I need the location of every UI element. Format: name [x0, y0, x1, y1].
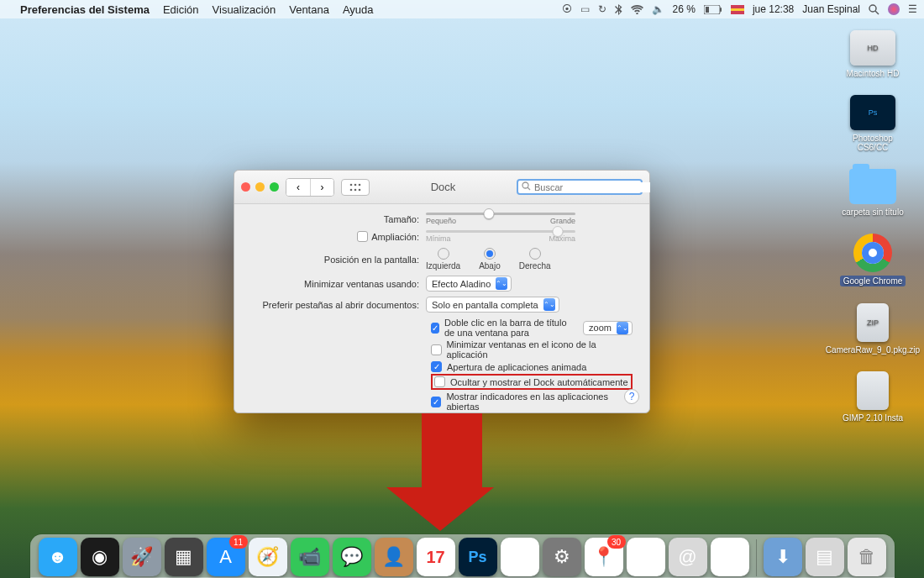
wifi-icon[interactable]: [631, 5, 643, 14]
close-button[interactable]: [241, 182, 250, 192]
dock-sysprefs[interactable]: ⚙: [543, 538, 581, 576]
dock-stack[interactable]: ▤: [806, 538, 844, 576]
volume-icon[interactable]: 🔈: [652, 3, 664, 15]
timemachine-icon[interactable]: ↻: [598, 3, 606, 15]
menu-edit[interactable]: Edición: [163, 3, 199, 16]
menu-view[interactable]: Visualización: [213, 3, 276, 16]
dock-mission[interactable]: ▦: [165, 538, 203, 576]
search-input[interactable]: [534, 182, 650, 192]
desktop-icon-photoshop[interactable]: PsPhotoshop CS6/CC: [839, 95, 906, 152]
magnification-checkbox[interactable]: [357, 231, 368, 242]
back-button[interactable]: ‹: [286, 179, 310, 196]
tabs-pref-select[interactable]: Solo en pantalla completa⌃⌄: [426, 297, 559, 313]
svg-point-7: [359, 183, 361, 186]
tabs-pref-label: Preferir pestañas al abrir documentos:: [251, 300, 426, 310]
size-slider[interactable]: PequeñoGrande: [426, 213, 575, 225]
svg-point-5: [350, 183, 353, 186]
dock-appstore[interactable]: A: [207, 538, 245, 576]
svg-rect-2: [706, 7, 709, 13]
autohide-label: Ocultar y mostrar el Dock automáticament…: [450, 377, 628, 387]
dock-messages[interactable]: 💬: [333, 538, 371, 576]
dblclick-checkbox[interactable]: ✓: [431, 323, 439, 334]
dock-finder[interactable]: ☻: [39, 538, 77, 576]
battery-icon[interactable]: [704, 5, 722, 14]
forward-button[interactable]: ›: [310, 179, 333, 196]
user-name[interactable]: Juan Espinal: [802, 3, 860, 15]
position-label: Posición en la pantalla:: [251, 255, 426, 265]
dock-calendar[interactable]: 17: [417, 538, 455, 576]
dock-trash[interactable]: 🗑: [848, 538, 886, 576]
minimize-button[interactable]: [255, 182, 265, 192]
dock-maps[interactable]: 📍: [585, 538, 623, 576]
dock-mail[interactable]: @: [669, 538, 707, 576]
desktop-icon-folder[interactable]: carpeta sin título: [839, 169, 906, 217]
dblclick-label: Doble clic en la barra de título de una …: [444, 318, 573, 338]
indicators-label: Mostrar indicadores en las aplicaciones …: [446, 391, 633, 412]
svg-line-12: [528, 187, 530, 190]
dock-contacts[interactable]: 👤: [375, 538, 413, 576]
magnification-label: Ampliación:: [371, 232, 419, 242]
dock-photoshop[interactable]: Ps: [459, 538, 497, 576]
menubar: Preferencias del Sistema Edición Visuali…: [0, 0, 924, 18]
notification-center-icon[interactable]: ☰: [908, 3, 917, 15]
dock: ☻◉🚀▦A🧭📹💬👤17Ps♪⚙📍✿@◉⬇▤🗑: [30, 534, 895, 578]
annotation-arrow: [410, 413, 494, 531]
dock-downloads[interactable]: ⬇: [764, 538, 802, 576]
desktop-icon-zip[interactable]: ZIPCameraRaw_9_0.pkg.zip: [839, 303, 906, 355]
svg-point-10: [359, 188, 361, 191]
position-bottom[interactable]: Abajo: [479, 248, 501, 271]
quick-action-icon[interactable]: ⦿: [562, 3, 572, 15]
window-titlebar[interactable]: ‹ › Dock: [234, 171, 649, 204]
minimize-effect-label: Minimizar ventanas usando:: [251, 279, 426, 289]
desktop-icon-gimp[interactable]: GIMP 2.10 Insta: [839, 371, 906, 423]
clock[interactable]: jue 12:38: [753, 3, 794, 15]
svg-point-9: [354, 188, 357, 191]
nav-segmented: ‹ ›: [286, 178, 334, 197]
autohide-row-highlight: Ocultar y mostrar el Dock automáticament…: [431, 374, 633, 390]
minimize-to-icon-label: Minimizar ventanas en el icono de la apl…: [447, 339, 633, 360]
desktop-icons: HDMacintosh HD PsPhotoshop CS6/CC carpet…: [835, 30, 911, 423]
dock-separator: [756, 539, 757, 576]
search-field[interactable]: [517, 179, 643, 195]
flag-icon[interactable]: [731, 5, 744, 14]
bluetooth-icon[interactable]: [615, 4, 622, 15]
dock-siri[interactable]: ◉: [81, 538, 119, 576]
animate-open-checkbox[interactable]: ✓: [431, 361, 442, 372]
minimize-to-icon-checkbox[interactable]: [431, 344, 442, 355]
app-menu[interactable]: Preferencias del Sistema: [20, 3, 150, 16]
position-right[interactable]: Derecha: [519, 248, 551, 271]
dock-prefs-window: ‹ › Dock Tamaño: PequeñoGrande Ampl: [234, 170, 650, 413]
dock-safari[interactable]: 🧭: [249, 538, 287, 576]
magnification-slider[interactable]: MínimaMáxima: [426, 230, 575, 243]
position-left[interactable]: Izquierda: [426, 248, 460, 271]
zoom-button[interactable]: [270, 182, 279, 192]
minimize-effect-select[interactable]: Efecto Aladino⌃⌄: [426, 276, 512, 292]
show-all-button[interactable]: [341, 179, 370, 196]
menu-help[interactable]: Ayuda: [343, 3, 374, 16]
dock-facetime[interactable]: 📹: [291, 538, 329, 576]
svg-rect-1: [720, 8, 722, 12]
help-button[interactable]: ?: [624, 389, 639, 404]
svg-point-6: [354, 183, 357, 186]
menu-window[interactable]: Ventana: [289, 3, 329, 16]
dock-chrome[interactable]: ◉: [711, 538, 749, 576]
dock-itunes[interactable]: ♪: [501, 538, 539, 576]
indicators-checkbox[interactable]: ✓: [431, 397, 441, 407]
desktop-icon-hd[interactable]: HDMacintosh HD: [839, 30, 906, 78]
window-title: Dock: [376, 181, 510, 193]
autohide-checkbox[interactable]: [434, 376, 445, 387]
animate-open-label: Apertura de aplicaciones animada: [447, 362, 586, 372]
svg-line-4: [875, 11, 879, 14]
search-icon: [522, 181, 531, 192]
dock-launchpad[interactable]: 🚀: [123, 538, 161, 576]
svg-point-11: [522, 182, 528, 188]
dock-photos[interactable]: ✿: [627, 538, 665, 576]
dblclick-select[interactable]: zoom⌃⌄: [583, 321, 633, 335]
battery-percent[interactable]: 26 %: [673, 3, 696, 15]
desktop-icon-chrome[interactable]: Google Chrome: [839, 234, 906, 286]
display-icon[interactable]: ▭: [580, 3, 590, 15]
siri-icon[interactable]: [888, 3, 900, 15]
size-label: Tamaño:: [251, 214, 426, 224]
spotlight-icon[interactable]: [869, 4, 879, 15]
svg-point-3: [869, 5, 876, 12]
